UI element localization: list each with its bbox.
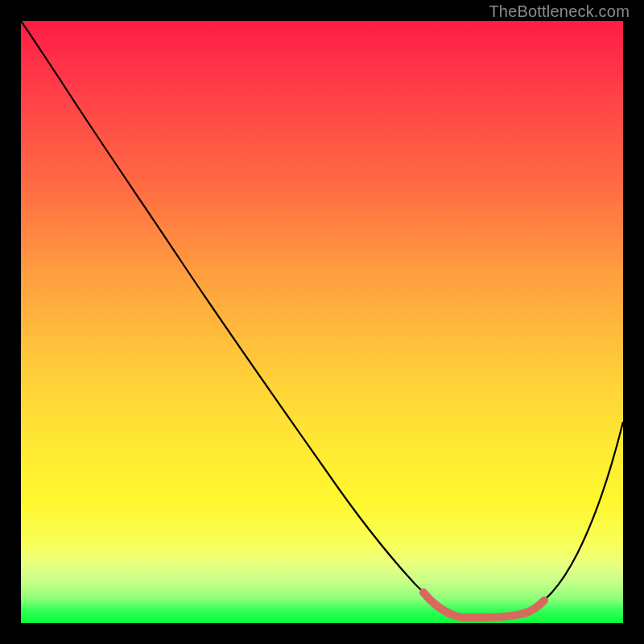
watermark-text: TheBottleneck.com <box>489 2 630 21</box>
plot-area <box>21 21 623 623</box>
bottleneck-curve <box>21 21 623 617</box>
chart-frame: TheBottleneck.com <box>0 0 644 644</box>
bottom-marker <box>423 592 544 617</box>
curve-svg <box>21 21 623 623</box>
